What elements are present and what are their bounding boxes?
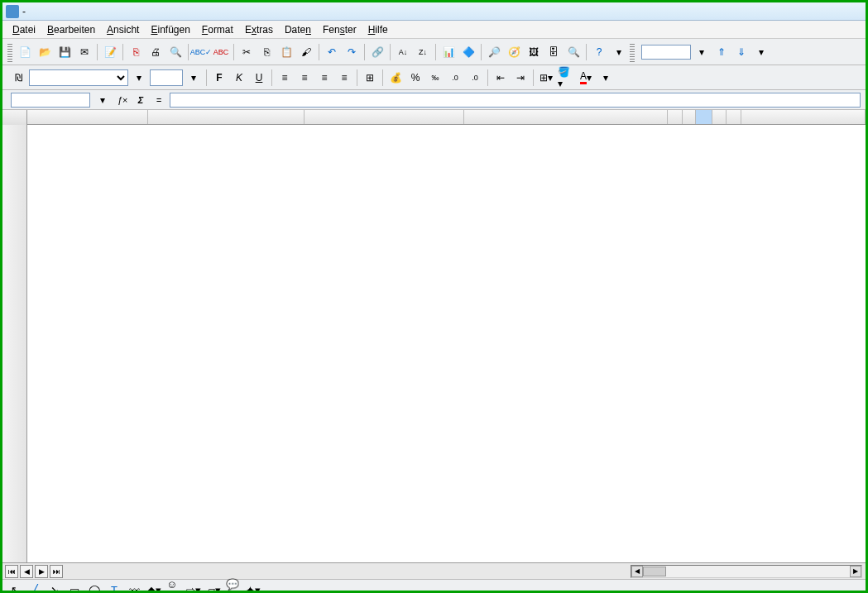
size-dropdown[interactable]: ▾ xyxy=(185,69,203,87)
col-header-A[interactable] xyxy=(27,110,148,124)
cell-reference-box[interactable] xyxy=(11,93,90,108)
styles-button[interactable]: ₪ xyxy=(9,69,27,87)
function-wizard-button[interactable]: ƒ× xyxy=(115,93,130,108)
menu-file[interactable]: Datei xyxy=(7,22,41,37)
col-header-J[interactable] xyxy=(741,110,866,124)
horizontal-scrollbar[interactable]: ◀ ▶ xyxy=(631,565,862,578)
menu-data[interactable]: Daten xyxy=(280,22,316,37)
fontcolor-button[interactable]: A▾ xyxy=(577,69,595,87)
col-header-I[interactable] xyxy=(727,110,741,124)
select-all-corner[interactable] xyxy=(2,110,27,125)
curve-tool-icon[interactable]: 〰 xyxy=(127,583,141,594)
gallery-button[interactable]: 🖼 xyxy=(525,43,543,61)
hyperlink-button[interactable]: 🔗 xyxy=(368,43,386,61)
sort-desc-button[interactable]: Z↓ xyxy=(414,43,432,61)
col-header-D[interactable] xyxy=(464,110,667,124)
stars-tool-icon[interactable]: ✦▾ xyxy=(246,583,261,594)
toolbar-more[interactable]: ▾ xyxy=(610,43,628,61)
find-replace-button[interactable]: 🔎 xyxy=(485,43,503,61)
font-size-input[interactable] xyxy=(150,69,183,86)
arrow-tool-icon[interactable]: ➘ xyxy=(47,583,62,594)
paste-button[interactable]: 📋 xyxy=(277,43,295,61)
toolbar-grip[interactable] xyxy=(7,42,12,62)
find-more[interactable]: ▾ xyxy=(752,43,770,61)
save-button[interactable]: 💾 xyxy=(55,43,74,61)
show-draw-button[interactable]: 🔷 xyxy=(459,43,477,61)
menu-edit[interactable]: Bearbeiten xyxy=(42,22,100,37)
fmt-more[interactable]: ▾ xyxy=(597,69,615,87)
menu-insert[interactable]: Einfügen xyxy=(146,22,194,37)
currency-button[interactable]: 💰 xyxy=(386,69,405,87)
copy-button[interactable]: ⎘ xyxy=(257,43,276,61)
borders-button[interactable]: ⊞▾ xyxy=(537,69,555,87)
zoom-button[interactable]: 🔍 xyxy=(564,43,583,61)
new-doc-button[interactable]: 📄 xyxy=(16,43,34,61)
print-button[interactable]: 🖨 xyxy=(146,43,165,61)
scroll-right-button[interactable]: ▶ xyxy=(850,566,861,577)
cell-grid[interactable] xyxy=(27,125,866,562)
chart-button[interactable]: 📊 xyxy=(439,43,458,61)
callout-tool-icon[interactable]: 💬▾ xyxy=(226,583,241,594)
scroll-thumb[interactable] xyxy=(643,567,666,576)
ellipse-tool-icon[interactable]: ◯ xyxy=(87,583,102,594)
italic-button[interactable]: K xyxy=(230,69,248,87)
percent-button[interactable]: % xyxy=(406,69,424,87)
find-input[interactable] xyxy=(641,45,691,60)
function-button[interactable]: = xyxy=(151,93,166,108)
col-header-G[interactable] xyxy=(696,110,712,124)
name-dropdown[interactable]: ▾ xyxy=(94,91,112,109)
redo-button[interactable]: ↷ xyxy=(343,43,361,61)
arrows-tool-icon[interactable]: ⇨▾ xyxy=(186,583,201,594)
del-decimal-button[interactable]: .0 xyxy=(466,69,484,87)
menu-format[interactable]: Format xyxy=(197,22,238,37)
tab-prev-button[interactable]: ◀ xyxy=(20,565,33,578)
font-name-select[interactable] xyxy=(29,69,128,86)
align-justify-button[interactable]: ≡ xyxy=(335,69,353,87)
line-tool-icon[interactable]: ╱ xyxy=(27,583,42,594)
align-center-button[interactable]: ≡ xyxy=(295,69,314,87)
open-button[interactable]: 📂 xyxy=(36,43,54,61)
spellcheck-button[interactable]: ABC✓ xyxy=(192,43,210,61)
datasources-button[interactable]: 🗄 xyxy=(544,43,563,61)
formula-input[interactable] xyxy=(170,93,861,108)
menu-bar[interactable]: Datei Bearbeiten Ansicht Einfügen Format… xyxy=(2,21,866,39)
merge-cells-button[interactable]: ⊞ xyxy=(361,69,379,87)
shapes-tool-icon[interactable]: ◆▾ xyxy=(146,583,161,594)
find-dropdown[interactable]: ▾ xyxy=(693,43,711,61)
sort-asc-button[interactable]: A↓ xyxy=(394,43,412,61)
underline-button[interactable]: U xyxy=(250,69,268,87)
menu-window[interactable]: Fenster xyxy=(318,22,362,37)
find-prev-button[interactable]: ⇑ xyxy=(712,43,731,61)
tab-next-button[interactable]: ▶ xyxy=(35,565,48,578)
bgcolor-button[interactable]: 🪣▾ xyxy=(557,69,575,87)
col-header-E[interactable] xyxy=(668,110,683,124)
edit-doc-button[interactable]: 📝 xyxy=(101,43,119,61)
col-header-H[interactable] xyxy=(712,110,727,124)
email-button[interactable]: ✉ xyxy=(75,43,94,61)
col-header-B[interactable] xyxy=(148,110,305,124)
bold-button[interactable]: F xyxy=(210,69,228,87)
text-tool-icon[interactable]: T xyxy=(107,583,122,594)
toolbar-grip-2[interactable] xyxy=(630,42,635,62)
font-dropdown[interactable]: ▾ xyxy=(130,69,148,87)
decrease-indent-button[interactable]: ⇤ xyxy=(492,69,510,87)
navigator-button[interactable]: 🧭 xyxy=(505,43,523,61)
cursor-icon[interactable]: ↖ xyxy=(7,583,22,594)
rect-tool-icon[interactable]: ▭ xyxy=(67,583,82,594)
menu-view[interactable]: Ansicht xyxy=(102,22,144,37)
format-paintbrush-button[interactable]: 🖌 xyxy=(297,43,315,61)
scroll-left-button[interactable]: ◀ xyxy=(631,566,643,577)
menu-help[interactable]: Hilfe xyxy=(363,22,393,37)
autospell-button[interactable]: ABC xyxy=(212,43,230,61)
add-decimal-button[interactable]: .0 xyxy=(446,69,464,87)
find-next-button[interactable]: ⇓ xyxy=(732,43,751,61)
increase-indent-button[interactable]: ⇥ xyxy=(511,69,530,87)
standard-format-button[interactable]: ‰ xyxy=(426,69,444,87)
symbols-tool-icon[interactable]: ☺▾ xyxy=(166,583,181,594)
menu-tools[interactable]: Extras xyxy=(240,22,278,37)
col-header-F[interactable] xyxy=(683,110,696,124)
tab-first-button[interactable]: ⏮ xyxy=(5,565,18,578)
undo-button[interactable]: ↶ xyxy=(323,43,341,61)
col-header-C[interactable] xyxy=(305,110,464,124)
help-button[interactable]: ? xyxy=(590,43,608,61)
